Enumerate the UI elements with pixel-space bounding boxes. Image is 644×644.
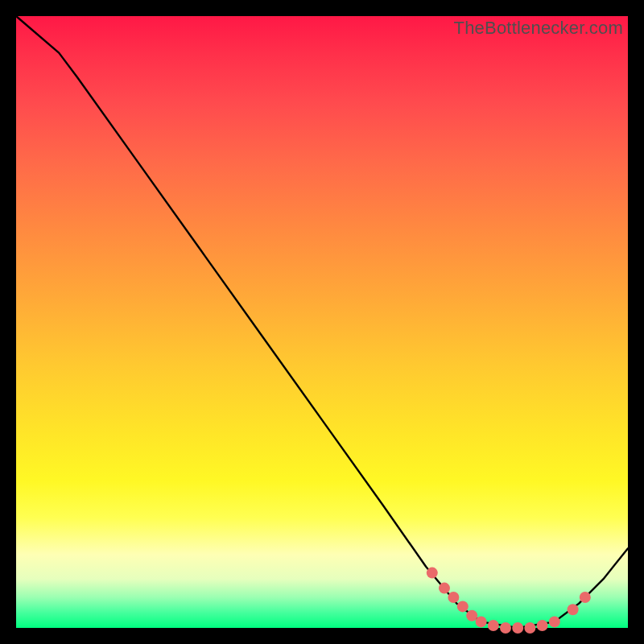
data-marker [549,616,560,627]
data-marker [466,610,477,621]
data-marker [488,620,499,631]
data-marker [476,616,487,627]
data-marker [427,568,438,579]
data-marker [439,583,450,594]
data-marker [568,604,579,615]
data-marker [512,622,523,634]
data-markers [427,568,591,634]
bottleneck-curve [16,16,628,628]
data-marker [537,620,548,631]
chart-svg [16,16,628,628]
data-marker [524,622,535,634]
chart-frame: TheBottlenecker.com [16,16,628,628]
data-marker [457,601,469,612]
data-marker [448,592,459,603]
data-marker [580,592,591,603]
data-marker [500,622,511,634]
